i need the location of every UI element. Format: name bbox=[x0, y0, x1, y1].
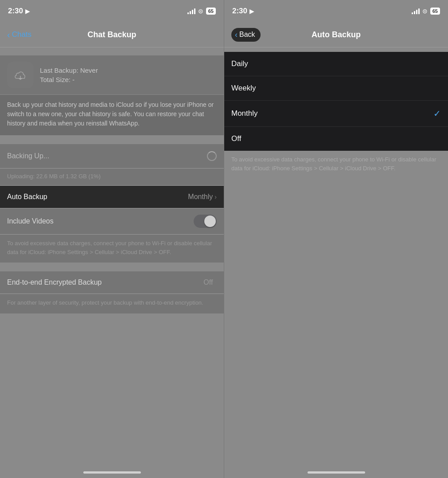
include-videos-toggle[interactable] bbox=[194, 215, 217, 228]
section-gap-2 bbox=[0, 135, 224, 144]
right-status-icons: ⊜ 65 bbox=[412, 8, 440, 15]
signal-bars bbox=[187, 8, 195, 14]
note-text: To avoid excessive data charges, connect… bbox=[7, 239, 217, 256]
right-nav-title: Auto Backup bbox=[312, 30, 361, 39]
section-gap-3 bbox=[0, 263, 224, 271]
right-wifi-icon: ⊜ bbox=[422, 8, 428, 15]
encrypted-value: Off › bbox=[203, 278, 217, 286]
auto-backup-value-text: Monthly bbox=[188, 193, 213, 201]
right-note-box: To avoid excessive data charges, connect… bbox=[224, 151, 448, 179]
uploading-row: Uploading: 22.6 MB of 1.32 GB (1%) bbox=[0, 168, 224, 185]
back-label: Chats bbox=[12, 30, 31, 39]
right-signal-bars bbox=[412, 8, 420, 14]
backing-up-text: Backing Up... bbox=[7, 152, 49, 160]
option-off-label: Off bbox=[231, 134, 241, 143]
r-bar4 bbox=[418, 8, 420, 14]
battery-badge: 65 bbox=[206, 8, 216, 15]
back-to-chats-button[interactable]: ‹ Chats bbox=[7, 30, 31, 40]
bar4 bbox=[194, 8, 195, 14]
right-time: 2:30 ▶ bbox=[232, 7, 254, 16]
cloud-icon bbox=[13, 69, 28, 81]
encrypted-value-text: Off bbox=[203, 278, 213, 286]
back-chevron-icon: ‹ bbox=[235, 30, 238, 39]
backup-text-col: Last Backup: Never Total Size: - bbox=[40, 67, 98, 83]
r-bar2 bbox=[414, 11, 415, 14]
encrypted-row[interactable]: End-to-end Encrypted Backup Off › bbox=[0, 271, 224, 294]
option-off[interactable]: Off bbox=[224, 127, 448, 151]
right-nav-bar: ‹ Back Auto Backup bbox=[224, 22, 448, 47]
right-battery-badge: 65 bbox=[430, 8, 440, 15]
right-note-text: To avoid excessive data charges, connect… bbox=[231, 155, 441, 172]
location-icon: ▶ bbox=[25, 8, 30, 15]
home-indicator bbox=[83, 471, 141, 474]
right-home-indicator bbox=[308, 471, 365, 474]
description-box: Back up your chat history and media to i… bbox=[0, 95, 224, 135]
right-status-bar: 2:30 ▶ ⊜ 65 bbox=[224, 0, 448, 22]
left-status-icons: ⊜ 65 bbox=[187, 8, 216, 15]
auto-backup-options-list: Daily Weekly Monthly ✓ Off bbox=[224, 52, 448, 151]
option-weekly-label: Weekly bbox=[231, 84, 256, 93]
left-nav-bar: ‹ Chats Chat Backup bbox=[0, 22, 224, 47]
right-back-label: Back bbox=[239, 31, 255, 39]
auto-backup-row[interactable]: Auto Backup Monthly › bbox=[0, 186, 224, 208]
last-backup-text: Last Backup: Never bbox=[40, 67, 98, 74]
option-monthly[interactable]: Monthly ✓ bbox=[224, 101, 448, 127]
encrypted-note-box: For another layer of security, protect y… bbox=[0, 294, 224, 313]
option-daily[interactable]: Daily bbox=[224, 52, 448, 76]
encrypted-chevron-icon: › bbox=[214, 279, 217, 286]
option-monthly-label: Monthly bbox=[231, 109, 258, 118]
wifi-icon: ⊜ bbox=[198, 8, 203, 15]
left-nav-title: Chat Backup bbox=[87, 30, 136, 39]
bar3 bbox=[192, 10, 193, 14]
toggle-knob bbox=[204, 215, 216, 227]
r-bar3 bbox=[416, 10, 417, 14]
backup-info-row: Last Backup: Never Total Size: - bbox=[0, 55, 224, 94]
loading-spinner bbox=[207, 151, 217, 161]
right-nav-divider bbox=[224, 47, 448, 47]
option-daily-label: Daily bbox=[231, 59, 248, 68]
r-bar1 bbox=[412, 12, 413, 14]
right-location-icon: ▶ bbox=[249, 8, 254, 15]
section-gap-1 bbox=[0, 47, 224, 55]
note-box: To avoid excessive data charges, connect… bbox=[0, 235, 224, 263]
include-videos-label: Include Videos bbox=[7, 217, 54, 225]
bar2 bbox=[190, 11, 191, 14]
cloud-icon-box bbox=[7, 62, 34, 88]
right-time-text: 2:30 bbox=[232, 7, 247, 16]
total-size-text: Total Size: - bbox=[40, 76, 98, 83]
backing-up-row: Backing Up... bbox=[0, 144, 224, 168]
encrypted-label: End-to-end Encrypted Backup bbox=[7, 278, 101, 286]
description-text: Back up your chat history and media to i… bbox=[7, 100, 217, 128]
left-panel: 2:30 ▶ ⊜ 65 ‹ Chats Chat Backup bbox=[0, 0, 224, 478]
auto-backup-value: Monthly › bbox=[188, 193, 217, 201]
checkmark-icon: ✓ bbox=[433, 108, 441, 119]
backup-info-card: Last Backup: Never Total Size: - Back up… bbox=[0, 55, 224, 135]
include-videos-row: Include Videos bbox=[0, 208, 224, 234]
auto-backup-label: Auto Backup bbox=[7, 193, 47, 201]
bar1 bbox=[187, 12, 189, 14]
time-text: 2:30 bbox=[8, 7, 23, 16]
uploading-text: Uploading: 22.6 MB of 1.32 GB (1%) bbox=[7, 173, 101, 180]
right-panel: 2:30 ▶ ⊜ 65 ‹ Back Auto Backup Daily bbox=[224, 0, 448, 478]
option-weekly[interactable]: Weekly bbox=[224, 76, 448, 101]
left-time: 2:30 ▶ bbox=[8, 7, 30, 16]
chevron-right-icon: › bbox=[214, 193, 217, 200]
back-button[interactable]: ‹ Back bbox=[231, 28, 261, 42]
left-status-bar: 2:30 ▶ ⊜ 65 bbox=[0, 0, 224, 22]
encrypted-note-text: For another layer of security, protect y… bbox=[7, 298, 217, 307]
